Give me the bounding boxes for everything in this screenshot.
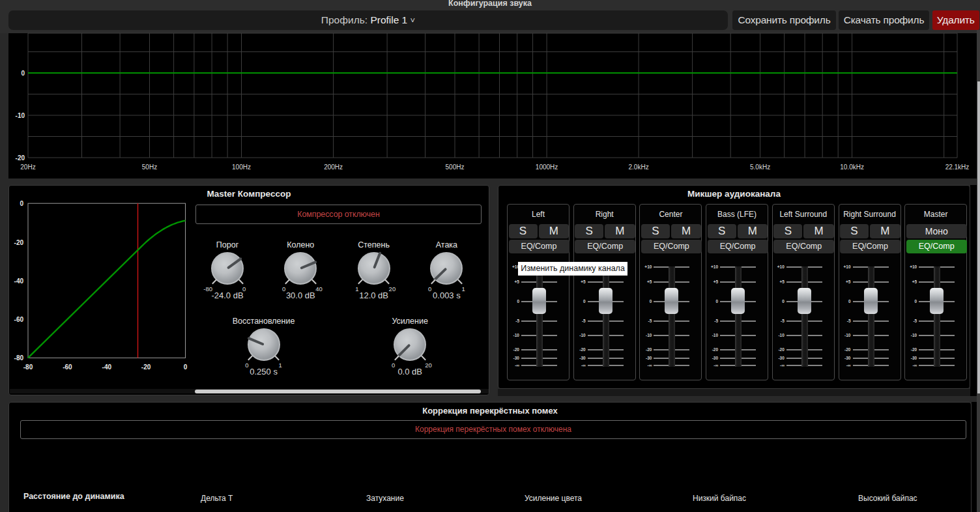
svg-text:100Hz: 100Hz [232, 164, 251, 171]
svg-text:-60: -60 [63, 363, 72, 371]
svg-text:22.1kHz: 22.1kHz [945, 164, 970, 171]
svg-text:-40: -40 [102, 363, 112, 371]
svg-text:-20: -20 [141, 363, 151, 371]
svg-text:-80: -80 [23, 363, 33, 371]
svg-text:-20: -20 [14, 239, 24, 246]
svg-text:5.0kHz: 5.0kHz [750, 164, 770, 171]
svg-text:-80: -80 [14, 354, 24, 362]
svg-text:0: 0 [20, 200, 23, 207]
svg-text:200Hz: 200Hz [324, 164, 343, 171]
svg-text:500Hz: 500Hz [446, 164, 465, 171]
svg-text:0: 0 [184, 363, 188, 371]
svg-text:10.0kHz: 10.0kHz [840, 164, 864, 171]
svg-text:2.0kHz: 2.0kHz [629, 164, 649, 171]
svg-text:1000Hz: 1000Hz [536, 164, 558, 171]
svg-text:-60: -60 [14, 316, 24, 323]
svg-text:-40: -40 [14, 277, 24, 285]
